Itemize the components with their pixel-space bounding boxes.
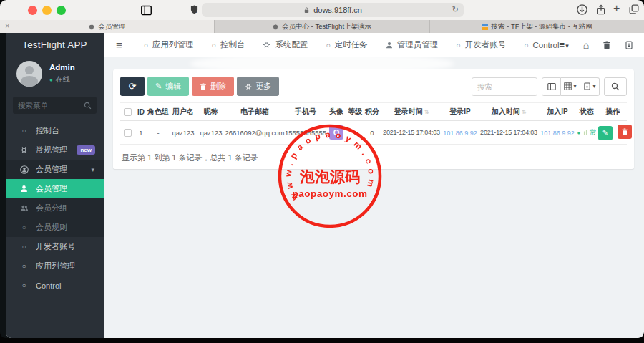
cell-nickname: qaz123 <box>197 121 225 145</box>
col-points: 积分 <box>364 103 381 121</box>
circle-icon: ○ <box>524 41 528 49</box>
nav-item-app-list[interactable]: ○应用列管理 <box>144 39 194 50</box>
col-join-ip: 加入IP <box>540 103 575 121</box>
sidebar-item-label: 控制台 <box>36 125 59 136</box>
circle-icon: ○ <box>144 41 148 49</box>
nav-item-control[interactable]: ○Control <box>524 41 559 49</box>
tab-overview-icon[interactable] <box>629 4 639 14</box>
desktop-bottom-strip <box>0 338 644 343</box>
hamburger-icon[interactable]: ≡ <box>116 39 122 51</box>
sidebar-item-app-list-management[interactable]: ○ 应用列管理 <box>6 256 104 276</box>
sidebar-item-developer-accounts[interactable]: ○ 开发者账号 <box>6 237 104 256</box>
sidebar-item-member-rules[interactable]: ○ 会员规则 <box>6 218 104 237</box>
row-edit-button[interactable]: ✎ <box>598 126 613 140</box>
share-icon[interactable] <box>596 4 606 15</box>
screenshot-root: ‹ › dows.918ff.cn ↻ + × <box>0 0 644 343</box>
table-row[interactable]: 1 - qaz123 qaz123 26616092@qq.com 155555… <box>120 121 627 145</box>
circle-icon: ○ <box>19 243 29 251</box>
user-name: Admin <box>49 61 75 72</box>
nav-item-admin-management[interactable]: 管理员管理 <box>386 39 439 50</box>
search-button[interactable] <box>604 77 627 96</box>
edit-button[interactable]: ✎编辑 <box>147 77 189 96</box>
columns-button[interactable]: ▾ <box>561 77 580 96</box>
new-tab-icon[interactable]: + <box>613 2 620 15</box>
app-title: TestFlight APP <box>6 33 104 50</box>
more-button[interactable]: 更多 <box>237 77 279 96</box>
cell-email: 26616092@qq.com <box>225 121 285 145</box>
sidebar-item-control[interactable]: ○ Control <box>6 276 104 295</box>
circle-icon: ○ <box>456 41 460 49</box>
col-login-time[interactable]: 登录时间⇅ <box>381 103 442 121</box>
home-icon[interactable]: ⌂ <box>583 39 589 51</box>
top-navbar: ≡ ○应用列管理 ○控制台 系统配置 ○定时任务 管理员管理 ○开发者账号 ○C… <box>104 33 644 57</box>
select-all-checkbox[interactable] <box>124 108 132 116</box>
tab-member-management[interactable]: × 会员管理 <box>0 20 215 33</box>
cell-id: 1 <box>135 121 147 145</box>
table-header-row: ID 角色组 用户名 昵称 电子邮箱 手机号 头像 等级 积分 登录时间⇅ <box>120 103 627 121</box>
chevron-down-icon: ▾ <box>91 166 94 173</box>
sidebar-item-member-management-parent[interactable]: 会员管理 ▾ <box>6 160 104 179</box>
clear-cache-icon[interactable] <box>625 41 633 49</box>
tab-label: 会员管理 <box>98 22 125 32</box>
menu-search-box[interactable] <box>13 97 97 114</box>
trash-icon[interactable] <box>602 41 611 49</box>
search-icon <box>84 102 92 110</box>
sidebar-item-label: 会员分组 <box>36 203 67 213</box>
col-nickname: 昵称 <box>197 103 225 121</box>
table-search-input[interactable] <box>472 77 537 96</box>
nav-item-scheduled-tasks[interactable]: ○定时任务 <box>326 39 367 50</box>
downloads-icon[interactable] <box>577 4 587 15</box>
minimize-window-button[interactable] <box>42 6 52 15</box>
privacy-shield-icon[interactable] <box>190 5 198 14</box>
sidebar-item-console[interactable]: ○ 控制台 <box>6 121 104 140</box>
tab-label: 搜索 - TF上架 - 源码集市 - 互站网 <box>492 22 592 32</box>
member-table-card: ⟳ ✎编辑 删除 更多 ▾ ▾ <box>113 69 634 169</box>
close-tab-icon[interactable]: × <box>5 21 9 30</box>
sidebar-item-general-management[interactable]: 常规管理 new <box>6 140 104 160</box>
col-status: 状态 <box>575 103 598 121</box>
sidebar-toggle-icon[interactable] <box>141 5 152 16</box>
delete-button[interactable]: 删除 <box>192 77 234 96</box>
col-avatar: 头像 <box>326 103 346 121</box>
nav-label: 管理员管理 <box>397 39 439 50</box>
sort-icon[interactable]: ⇅ <box>424 109 429 115</box>
online-dot-icon: ● <box>49 77 53 83</box>
browser-titlebar: ‹ › dows.918ff.cn ↻ + <box>0 0 644 20</box>
row-checkbox[interactable] <box>124 129 132 137</box>
tab-search-huzhan[interactable]: 搜索 - TF上架 - 源码集市 - 互站网 <box>430 20 644 33</box>
nav-item-system-config[interactable]: 系统配置 <box>263 39 308 50</box>
gear-icon <box>263 41 270 49</box>
login-ip-link[interactable]: 101.86.9.92 <box>443 130 477 137</box>
circle-icon: ○ <box>19 223 29 231</box>
user-circle-icon <box>19 165 29 174</box>
join-ip-link[interactable]: 101.86.9.92 <box>540 130 575 137</box>
refresh-button[interactable]: ⟳ <box>120 77 145 96</box>
zoom-window-button[interactable] <box>57 6 66 15</box>
export-button[interactable]: ▾ <box>580 77 600 96</box>
member-avatar-badge[interactable]: Q <box>329 125 343 140</box>
url-text: dows.918ff.cn <box>313 6 362 14</box>
reload-icon[interactable]: ↻ <box>452 5 459 14</box>
tab-bar: × 会员管理 会员中心 - TestFlight上架演示 搜索 - TF上架 -… <box>0 20 644 33</box>
sidebar-item-label: 开发者账号 <box>36 241 75 252</box>
sidebar-menu: ○ 控制台 常规管理 new 会员管理 ▾ <box>6 121 104 295</box>
close-window-button[interactable] <box>28 6 37 15</box>
menu-list-dropdown-icon[interactable]: ≡▾ <box>560 39 570 50</box>
row-delete-button[interactable] <box>618 125 632 139</box>
tab-member-center[interactable]: 会员中心 - TestFlight上架演示 <box>215 20 429 33</box>
menu-search-input[interactable] <box>18 101 84 110</box>
sort-icon[interactable]: ⇅ <box>522 109 527 115</box>
toggle-pagination-button[interactable] <box>542 77 561 96</box>
nav-item-developer-accounts[interactable]: ○开发者账号 <box>456 39 506 50</box>
nav-label: 定时任务 <box>335 39 368 50</box>
col-join-time[interactable]: 加入时间⇅ <box>478 103 540 121</box>
address-bar[interactable]: dows.918ff.cn ↻ <box>202 3 464 17</box>
members-table: ID 角色组 用户名 昵称 电子邮箱 手机号 头像 等级 积分 登录时间⇅ <box>120 102 627 145</box>
nav-item-console[interactable]: ○控制台 <box>212 39 245 50</box>
sidebar-group-members: 会员管理 ▾ 会员管理 会员分组 ○ 会员规 <box>6 160 104 237</box>
sidebar-item-member-management[interactable]: 会员管理 <box>6 179 104 198</box>
col-role-group: 角色组 <box>147 103 169 121</box>
sidebar-item-label: 会员规则 <box>36 222 67 233</box>
sidebar-item-member-groups[interactable]: 会员分组 <box>6 198 104 218</box>
user-avatar[interactable] <box>16 61 42 87</box>
